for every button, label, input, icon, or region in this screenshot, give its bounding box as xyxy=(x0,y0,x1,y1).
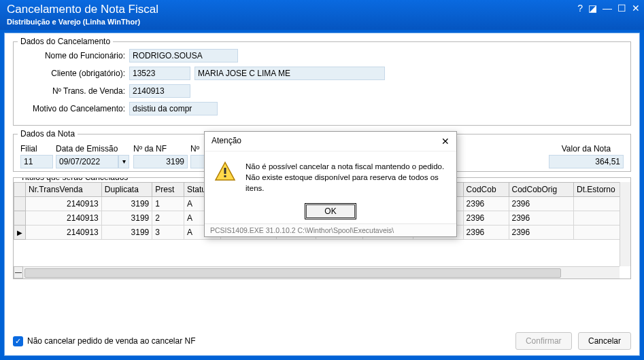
confirmar-button[interactable]: Confirmar xyxy=(515,332,572,350)
cell-dup: 3199 xyxy=(101,226,152,240)
row-indicator xyxy=(14,211,26,226)
funcionario-label: Nome do Funcionário: xyxy=(20,51,129,60)
minimize-icon[interactable]: — xyxy=(603,3,612,14)
cell-codcoborig: 2396 xyxy=(509,197,574,211)
legend-nota: Dados da Nota xyxy=(18,129,78,139)
expand-icon[interactable]: — xyxy=(14,266,23,278)
valor-nota-field[interactable] xyxy=(549,155,624,168)
cliente-label: Cliente (obrigatório): xyxy=(20,69,129,78)
col-selector xyxy=(14,183,26,197)
window-subtitle: Distribuição e Varejo (Linha WinThor) xyxy=(7,18,637,26)
check-icon: ✓ xyxy=(13,336,23,346)
legend-cancelamento: Dados do Cancelamento xyxy=(18,37,113,46)
maximize-icon[interactable]: ☐ xyxy=(617,3,626,14)
vertical-scrollbar[interactable] xyxy=(620,182,630,266)
close-icon[interactable]: ✕ xyxy=(632,3,640,14)
cell-codcob: 2396 xyxy=(463,226,509,240)
col-codcob[interactable]: CodCob xyxy=(463,183,509,197)
col-codcoborig[interactable]: CodCobOrig xyxy=(509,183,574,197)
cell-codcoborig: 2396 xyxy=(509,226,574,240)
horizontal-scrollbar[interactable] xyxy=(23,266,620,278)
cell-trans: 2140913 xyxy=(26,226,102,240)
cell-codcob: 2396 xyxy=(463,197,509,211)
cliente-nome-field[interactable]: MARIA JOSE C LIMA ME xyxy=(194,67,385,80)
cell-prest: 2 xyxy=(152,211,184,226)
checkbox-label: Não cancelar pedido de venda ao cancelar… xyxy=(27,336,196,346)
dialog-status: PCSIS1409.EXE 31.0.10.2 C:\Winthor\Spool… xyxy=(205,223,456,236)
filial-label: Filial xyxy=(20,144,53,154)
filial-field[interactable] xyxy=(20,155,53,168)
dialog-close-icon[interactable]: ✕ xyxy=(441,136,450,147)
funcionario-field[interactable]: RODRIGO.SOUSA xyxy=(129,49,238,62)
motivo-label: Motivo do Cancelamento: xyxy=(20,104,129,113)
row-indicator: ▶ xyxy=(14,226,26,240)
dialog-line1: Não é possível cancelar a nota fiscal ma… xyxy=(245,161,447,172)
alert-dialog: Atenção ✕ Não é possível cancelar a nota… xyxy=(204,131,457,237)
warning-icon xyxy=(214,161,236,183)
nf-label: Nº da NF xyxy=(133,144,188,154)
help-icon[interactable]: ? xyxy=(577,3,583,14)
cell-trans: 2140913 xyxy=(26,197,102,211)
svg-rect-2 xyxy=(224,175,226,177)
cancelar-button[interactable]: Cancelar xyxy=(578,332,631,350)
legend-titulos: Titulos que serão Cancelados xyxy=(18,177,131,182)
trans-field[interactable]: 2140913 xyxy=(129,84,190,98)
row-indicator xyxy=(14,197,26,211)
chevron-down-icon[interactable]: ▾ xyxy=(118,155,129,168)
trans-label: Nº Trans. de Venda: xyxy=(20,86,129,96)
col-prest[interactable]: Prest xyxy=(152,183,184,197)
data-label: Data de Emissão xyxy=(56,144,131,154)
dialog-line2: Não existe estoque disponível para reser… xyxy=(245,172,447,194)
cell-codcoborig: 2396 xyxy=(509,211,574,226)
footer-bar: ✓ Não cancelar pedido de venda ao cancel… xyxy=(5,327,639,355)
nf-field[interactable] xyxy=(133,155,188,168)
tool-icon[interactable]: ◪ xyxy=(588,3,597,14)
window-title: Cancelamento de Nota Fiscal xyxy=(7,3,637,16)
dialog-ok-button[interactable]: OK xyxy=(306,204,354,218)
motivo-field[interactable]: dsistiu da compr xyxy=(129,102,218,115)
nao-cancelar-checkbox[interactable]: ✓ Não cancelar pedido de venda ao cancel… xyxy=(13,336,196,346)
valor-nota-label: Valor da Nota xyxy=(549,144,624,154)
svg-rect-1 xyxy=(224,168,226,174)
cell-codcob: 2396 xyxy=(463,211,509,226)
cell-dup: 3199 xyxy=(101,211,152,226)
fieldset-cancelamento: Dados do Cancelamento Nome do Funcionári… xyxy=(13,41,631,126)
cell-dup: 3199 xyxy=(101,197,152,211)
cell-trans: 2140913 xyxy=(26,211,102,226)
col-trans[interactable]: Nr.TransVenda xyxy=(26,183,102,197)
col-dup[interactable]: Duplicata xyxy=(101,183,152,197)
cell-prest: 1 xyxy=(152,197,184,211)
cell-prest: 3 xyxy=(152,226,184,240)
titlebar: Cancelamento de Nota Fiscal Distribuição… xyxy=(0,0,644,30)
dialog-title: Atenção xyxy=(211,136,241,147)
data-field[interactable] xyxy=(56,155,118,168)
cliente-cod-field[interactable]: 13523 xyxy=(129,67,190,80)
